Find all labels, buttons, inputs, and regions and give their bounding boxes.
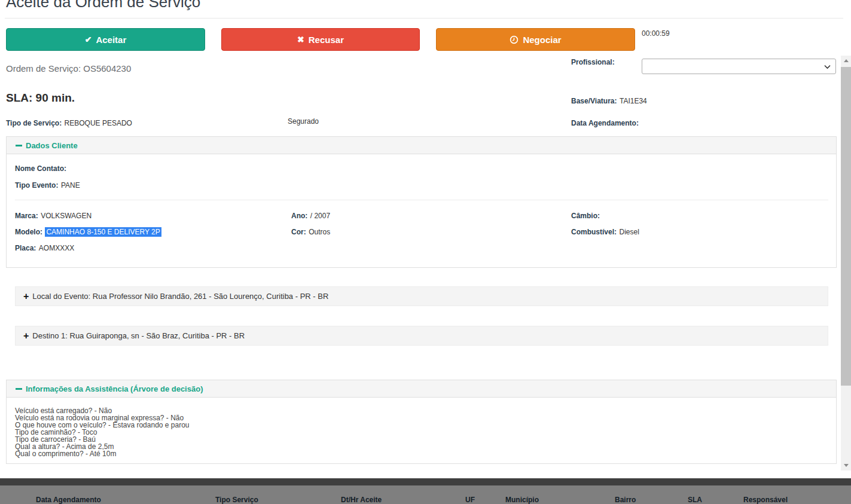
scroll-up-icon — [844, 59, 849, 62]
panel-divider — [15, 200, 828, 200]
background-table-header: Dt/Hr Aceite — [341, 496, 382, 504]
modal-backdrop: Data Agendamento Tipo Serviço Dt/Hr Acei… — [0, 478, 851, 504]
background-table-header: SLA — [688, 496, 702, 504]
collapse-icon — [16, 145, 22, 146]
local-evento-bar[interactable]: + Local do Evento: Rua Professor Nilo Br… — [15, 286, 828, 306]
data-agendamento-field: Data Agendamento: — [571, 117, 639, 128]
scroll-down-button[interactable] — [841, 460, 851, 471]
refuse-button[interactable]: ✖ Recusar — [221, 28, 420, 51]
tipo-servico-field: Tipo de Serviço: REBOQUE PESADO — [6, 117, 132, 128]
sla-text: SLA: 90 min. — [6, 91, 75, 105]
background-table-header: Tipo Serviço — [215, 496, 258, 504]
title-divider — [5, 18, 843, 19]
negotiate-button[interactable]: Negociar — [436, 28, 635, 51]
check-icon: ✔ — [85, 35, 92, 44]
order-number: Ordem de Serviço: OS5604230 — [6, 63, 131, 74]
combustivel-field: Combustível: Diesel — [571, 226, 639, 237]
assistencia-header[interactable]: Informações da Assistência (Árvore de de… — [7, 380, 836, 398]
scroll-down-icon — [844, 464, 849, 467]
background-table-header: Município — [505, 496, 539, 504]
ano-field: Ano: / 2007 — [291, 210, 330, 221]
segurado-label: Segurado — [288, 117, 319, 126]
destino1-text: Destino 1: Rua Guiraponga, sn - São Braz… — [32, 331, 245, 340]
local-evento-text: Local do Evento: Rua Professor Nilo Bran… — [32, 292, 328, 301]
assistencia-answers: Veículo está carregado? - Não Veículo es… — [15, 407, 190, 457]
background-table-header: Bairro — [615, 496, 636, 504]
collapse-icon — [16, 388, 22, 390]
scroll-thumb[interactable] — [841, 67, 851, 386]
refuse-button-label: Recusar — [309, 35, 344, 45]
background-table-header-row: Data Agendamento Tipo Serviço Dt/Hr Acei… — [0, 485, 851, 504]
destino1-bar[interactable]: + Destino 1: Rua Guiraponga, sn - São Br… — [15, 326, 828, 346]
background-table-header: Responsável — [743, 496, 788, 504]
modelo-value-selected: CAMINHAO 8-150 E DELIVERY 2P — [45, 227, 161, 237]
page-title: Aceite da Ordem de Serviço — [6, 0, 200, 11]
assistencia-title: Informações da Assistência (Árvore de de… — [26, 384, 203, 393]
dados-cliente-panel: Dados Cliente — [6, 136, 837, 268]
assistencia-line: Qual o comprimento? - Até 10m — [15, 450, 190, 457]
tipo-evento-field: Tipo Evento: PANE — [15, 179, 80, 190]
background-table-header: Data Agendamento — [36, 496, 101, 504]
marca-field: Marca: VOLKSWAGEN — [15, 210, 91, 221]
chevron-down-icon — [824, 65, 831, 69]
countdown-timer: 00:00:59 — [642, 29, 670, 38]
placa-field: Placa: AOMXXXX — [15, 242, 74, 253]
background-table-header: UF — [465, 496, 475, 504]
professional-select[interactable] — [642, 59, 836, 74]
aceite-ordem-servico-modal: Aceite da Ordem de Serviço ✔ Aceitar ✖ R… — [0, 0, 851, 504]
clock-icon — [510, 35, 518, 44]
dados-cliente-header[interactable]: Dados Cliente — [7, 137, 836, 154]
scroll-up-button[interactable] — [841, 56, 851, 66]
scrollbar[interactable] — [841, 56, 851, 471]
modelo-field: Modelo: CAMINHAO 8-150 E DELIVERY 2P — [15, 226, 161, 237]
base-viatura-field: Base/Viatura: TAI1E34 — [571, 95, 647, 106]
accept-button-label: Aceitar — [96, 35, 126, 45]
order-number-value: OS5604230 — [83, 63, 131, 74]
negotiate-button-label: Negociar — [523, 35, 561, 45]
cambio-field: Câmbio: — [571, 210, 600, 221]
accept-button[interactable]: ✔ Aceitar — [6, 28, 205, 51]
cor-field: Cor: Outros — [291, 226, 330, 237]
dados-cliente-title: Dados Cliente — [26, 141, 78, 150]
professional-label: Profissional: — [571, 58, 615, 66]
nome-contato-field: Nome Contato: — [15, 163, 66, 173]
plus-icon: + — [23, 292, 29, 301]
background-table-toolbar — [0, 478, 851, 485]
plus-icon: + — [23, 331, 29, 341]
x-icon: ✖ — [297, 35, 304, 44]
